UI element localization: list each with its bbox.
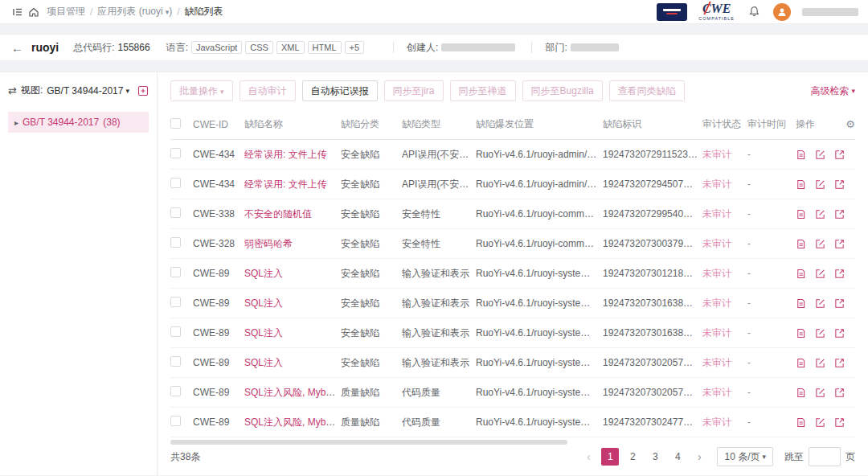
next-page-icon[interactable]: › [691,450,707,463]
defect-id-cell: 1924732072995409923 [603,208,702,220]
select-all-checkbox[interactable] [170,118,181,129]
breadcrumb-item[interactable]: 项目管理 [47,5,85,18]
defect-name-link[interactable]: 不安全的随机值 [244,208,312,220]
export-icon[interactable] [834,328,845,339]
page-number[interactable]: 2 [624,448,641,466]
edit-icon[interactable] [815,269,825,279]
user-avatar[interactable] [773,3,791,21]
defect-report-icon[interactable] [796,388,806,398]
defect-name-link[interactable]: SQL注入 [244,357,283,368]
export-icon[interactable] [834,239,845,249]
row-checkbox[interactable] [170,297,181,307]
back-icon[interactable]: ← [11,41,23,55]
divider [393,42,394,53]
row-checkbox[interactable] [170,416,181,426]
column-header-category[interactable]: 缺陷分类 [341,117,402,131]
page-number[interactable]: 3 [646,448,664,466]
defect-name-link[interactable]: SQL注入 [244,298,283,309]
toolbar-button-sync-jira[interactable]: 同步至jira [384,80,444,101]
edit-icon[interactable] [815,179,825,190]
prev-page-icon[interactable]: ‹ [580,450,596,463]
defect-name-link[interactable]: SQL注入 [244,268,283,279]
export-icon[interactable] [834,269,845,279]
defect-name-link[interactable]: 经常误用: 文件上传 [244,178,327,190]
tree-expand-icon[interactable]: ▸ [14,118,18,127]
column-header-cwe-id[interactable]: CWE-ID [193,119,244,130]
advanced-search-button[interactable]: 高级检索▾ [810,84,855,98]
column-header-audit-time[interactable]: 审计时间 [747,117,796,131]
export-icon[interactable] [834,298,845,309]
defect-name-link[interactable]: SQL注入风险, Mybat... [244,416,341,428]
export-icon[interactable] [834,388,845,398]
toolbar-button-auto-audit[interactable]: 自动审计 [240,80,296,101]
audit-time-cell: - [747,387,796,398]
breadcrumb-item[interactable]: 缺陷列表 [185,5,223,18]
defect-type-cell: 输入验证和表示 [402,326,476,340]
defect-report-icon[interactable] [796,269,806,279]
toolbar-button-auto-mark-false-positive[interactable]: 自动标记误报 [302,80,378,101]
toolbar-button-sync-zentao[interactable]: 同步至禅道 [450,80,516,101]
column-header-defect-id[interactable]: 缺陷标识 [603,117,702,131]
edit-icon[interactable] [815,298,825,309]
edit-icon[interactable] [815,150,825,160]
edit-icon[interactable] [815,209,825,220]
defect-report-icon[interactable] [796,150,806,160]
switch-view-icon[interactable]: ⇄ [8,84,17,96]
column-settings-gear-icon[interactable]: ⚙ [845,118,855,130]
defect-name-link[interactable]: SQL注入风险, Mybat... [244,387,341,398]
page-number[interactable]: 4 [669,448,686,466]
toolbar-button-view-similar-defects[interactable]: 查看同类缺陷 [609,80,685,101]
row-checkbox[interactable] [170,267,181,277]
toolbar-button-batch-actions[interactable]: 批量操作▾ [170,80,233,101]
row-checkbox[interactable] [170,207,181,218]
page-number[interactable]: 1 [601,448,619,466]
audit-status-badge: 未审计 [702,298,731,309]
column-header-defect-name[interactable]: 缺陷名称 [244,117,341,131]
column-header-audit-status[interactable]: 审计状态 [702,117,747,131]
row-checkbox[interactable] [170,178,181,188]
pagination-pages: 1234 [601,448,686,466]
breadcrumb-item[interactable]: 应用列表 (ruoyi▾) [97,5,172,18]
defect-report-icon[interactable] [796,239,806,249]
defect-report-icon[interactable] [796,328,806,339]
export-icon[interactable] [834,150,845,160]
expand-panel-icon[interactable] [137,85,149,96]
edit-icon[interactable] [815,328,825,339]
scrollbar-thumb[interactable] [170,440,567,445]
tree-item[interactable]: ▸GB/T 34944-2017(38) [8,112,149,133]
edit-icon[interactable] [815,417,825,428]
edit-icon[interactable] [815,388,825,398]
edit-icon[interactable] [815,358,825,368]
defect-report-icon[interactable] [796,417,806,428]
row-checkbox[interactable] [170,237,181,248]
defect-report-icon[interactable] [796,358,806,368]
row-checkbox[interactable] [170,326,181,337]
column-header-type[interactable]: 缺陷类型 [402,117,476,131]
export-icon[interactable] [834,417,845,428]
defect-report-icon[interactable] [796,298,806,309]
column-header-location[interactable]: 缺陷爆发位置 [476,117,603,131]
toolbar-button-sync-bugzilla[interactable]: 同步至Bugzilla [522,80,603,101]
menu-fold-icon[interactable] [10,4,26,20]
row-checkbox[interactable] [170,356,181,367]
defect-type-cell: 安全特性 [402,207,476,221]
defect-name-link[interactable]: 经常误用: 文件上传 [244,149,327,160]
defect-type-cell: 代码质量 [402,416,476,429]
column-header-operations: 操作 [796,117,815,131]
edit-icon[interactable] [815,239,825,249]
jump-suffix: 页 [845,450,855,464]
page-size-select[interactable]: 10 条/页▾ [717,447,773,466]
export-icon[interactable] [834,179,845,190]
row-checkbox[interactable] [170,148,181,158]
defect-name-link[interactable]: 弱密码哈希 [244,238,293,249]
row-checkbox[interactable] [170,386,181,396]
export-icon[interactable] [834,209,845,220]
home-icon[interactable] [26,4,42,20]
notification-bell-icon[interactable] [746,4,762,20]
defect-report-icon[interactable] [796,209,806,220]
jump-page-input[interactable] [809,447,841,466]
export-icon[interactable] [834,358,845,368]
view-selector[interactable]: GB/T 34944-2017▾ [47,85,129,96]
defect-name-link[interactable]: SQL注入 [244,327,283,339]
defect-report-icon[interactable] [796,179,806,190]
